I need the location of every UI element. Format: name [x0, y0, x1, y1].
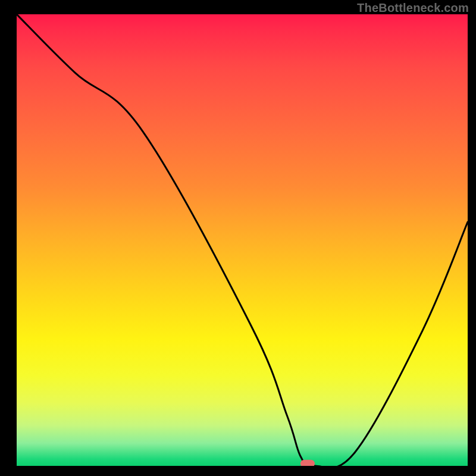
watermark-label: TheBottleneck.com — [357, 1, 469, 15]
chart-gradient-bg — [17, 14, 468, 466]
chart-stage: TheBottleneck.com — [0, 0, 476, 476]
bottleneck-chart — [0, 0, 476, 476]
